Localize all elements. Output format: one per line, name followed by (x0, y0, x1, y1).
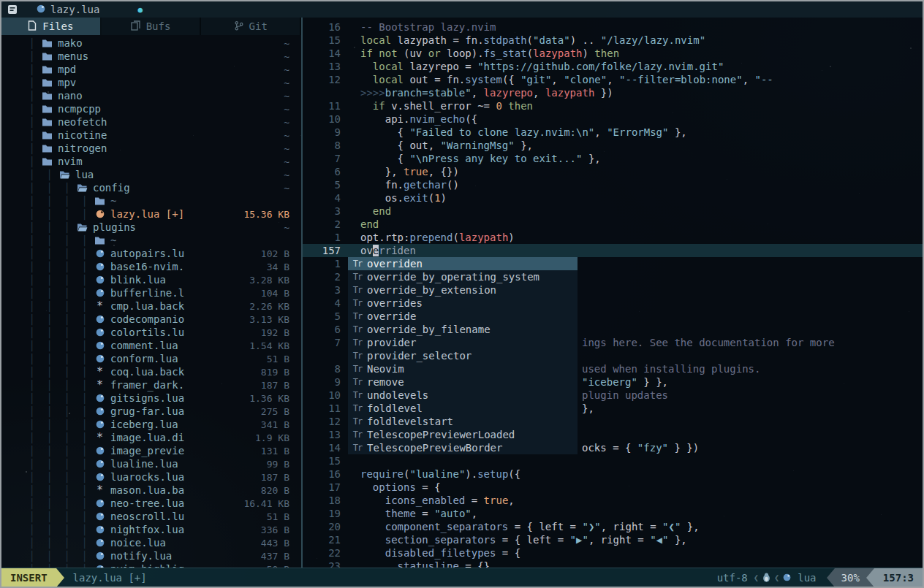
completion-item[interactable]: TrTelescopePreviewBorder (348, 441, 578, 454)
editor-line[interactable]: 17 options = { (303, 481, 923, 494)
tree-file-row[interactable]: ││││nightfox.lua336 B (1, 523, 301, 536)
editor-line[interactable]: 11 if v.shell_error ~= 0 then (303, 99, 923, 112)
cursor-line[interactable]: 157overriden (303, 244, 923, 257)
editor-line[interactable]: 10Trundolevelsplugin updates (303, 389, 923, 402)
editor-line[interactable]: 4 os.exit(1) (303, 191, 923, 205)
tree-file-row[interactable]: ││││notify.lua437 B (1, 549, 301, 562)
editor-line[interactable]: Trprovider_selector (303, 349, 923, 362)
tree-folder-row[interactable]: ││││~ (1, 234, 301, 247)
completion-item[interactable]: Trprovider (348, 336, 578, 349)
completion-item[interactable]: Trundolevels (348, 389, 578, 402)
tree-folder-row[interactable]: │menus~ (1, 50, 301, 63)
tree-folder-row[interactable]: │neofetch~ (1, 115, 301, 129)
tab-lazy-lua[interactable]: lazy.lua (34, 4, 102, 15)
tree-file-row[interactable]: ││││autopairs.lu102 B (1, 247, 301, 260)
tree-file-row[interactable]: ││││*coq.lua.back819 B (1, 365, 301, 378)
tree-folder-row[interactable]: ││││~ (1, 194, 301, 207)
tree-file-row[interactable]: ││││lualine.lua99 B (1, 457, 301, 470)
editor-line[interactable]: 15 (303, 454, 923, 467)
editor-line[interactable]: 21 section_separators = { left = "▶", ri… (303, 533, 923, 546)
editor-line[interactable]: 1Troverriden (303, 257, 923, 270)
editor-line[interactable]: 16require("lualine").setup({ (303, 467, 923, 481)
tree-file-row[interactable]: ││││neo-tree.lua16.41 KB (1, 497, 301, 510)
completion-item[interactable]: TrNeovim (348, 362, 578, 375)
editor-line[interactable]: 23 statusline = {}, (303, 560, 923, 568)
tree-folder-row[interactable]: │ncmpcpp~ (1, 102, 301, 115)
tree-file-row[interactable]: ││││luarocks.lua187 B (1, 470, 301, 484)
completion-item[interactable]: Troverride_by_filename (348, 323, 578, 336)
tree-file-row[interactable]: ││││colortils.lu192 B (1, 326, 301, 339)
tree-file-row[interactable]: ││││neoscroll.lu51 B (1, 510, 301, 523)
tree-folder-row[interactable]: │mpd~ (1, 63, 301, 76)
editor-line[interactable]: 2end (303, 218, 923, 231)
editor-line[interactable]: 15local lazypath = fn.stdpath("data") ..… (303, 34, 923, 47)
editor-line[interactable]: 5 fn.getchar() (303, 178, 923, 191)
completion-item[interactable]: Trfoldlevel (348, 402, 578, 415)
editor-line[interactable]: 9 { "Failed to clone lazy.nvim:\n", "Err… (303, 126, 923, 139)
tree-file-row[interactable]: ││││codecompanio3.13 KB (1, 313, 301, 326)
tab-bufs[interactable]: Bufs (102, 18, 202, 35)
editor-line[interactable]: 11Trfoldlevel}, (303, 402, 923, 415)
tree-file-row[interactable]: ││││comment.lua1.54 KB (1, 339, 301, 352)
editor-line[interactable]: 7 { "\nPress any key to exit..." }, (303, 152, 923, 165)
editor-line[interactable]: 4Troverrides (303, 297, 923, 310)
editor-line[interactable]: 6Troverride_by_filename (303, 323, 923, 336)
editor-line[interactable]: 3 end (303, 205, 923, 218)
tree-folder-row[interactable]: │nitrogen~ (1, 142, 301, 155)
tab-git[interactable]: Git (201, 18, 301, 35)
completion-item[interactable]: Troverride_by_extension (348, 283, 578, 297)
editor-line[interactable]: 6 }, true, {}) (303, 165, 923, 178)
editor-line[interactable]: 8TrNeovimused when installing plugins. (303, 362, 923, 375)
tree-file-row[interactable]: ││││lazy.lua [+]15.36 KB (1, 207, 301, 221)
editor-line[interactable]: 13TrTelescopePreviewerLoaded (303, 428, 923, 441)
editor-line[interactable]: 2Troverride_by_operating_system (303, 270, 923, 283)
editor-line[interactable]: 1opt.rtp:prepend(lazypath) (303, 231, 923, 244)
editor-line[interactable]: 12Trfoldlevelstart (303, 415, 923, 428)
completion-item[interactable]: Trremove (348, 375, 578, 389)
editor-line[interactable]: 18 icons_enabled = true, (303, 494, 923, 507)
tree-file-row[interactable]: ││││*image.lua.di1.9 KB (1, 431, 301, 444)
tree-file-row[interactable]: ││││grug-far.lua275 B (1, 405, 301, 418)
tree-folder-row[interactable]: │mpv~ (1, 76, 301, 89)
tree-file-row[interactable]: ││││*mason.lua.ba820 B (1, 484, 301, 497)
tree-folder-row[interactable]: │││config~ (1, 181, 301, 194)
completion-item[interactable]: Troverriden (348, 257, 578, 270)
tree-file-row[interactable]: ││││iceberg.lua341 B (1, 418, 301, 431)
tree-file-row[interactable]: ││││*framer_dark.187 B (1, 378, 301, 392)
editor-line[interactable]: 14if not (uv or loop).fs_stat(lazypath) … (303, 47, 923, 60)
tree-folder-row[interactable]: │nicotine~ (1, 129, 301, 142)
tree-file-row[interactable]: ││││noice.lua443 B (1, 536, 301, 549)
editor-line[interactable]: 12 local out = fn.system({ "git", "clone… (303, 73, 923, 86)
tree-file-row[interactable]: ││││*cmp.lua.back2.26 KB (1, 299, 301, 313)
editor-line[interactable]: 19 theme = "auto", (303, 507, 923, 520)
editor-line[interactable]: 16-- Bootstrap lazy.nvim (303, 20, 923, 34)
completion-item[interactable]: Trprovider_selector (348, 349, 578, 362)
completion-item[interactable]: Troverrides (348, 297, 578, 310)
tree-folder-row[interactable]: │││plugins~ (1, 221, 301, 234)
editor-line[interactable]: 10 api.nvim_echo({ (303, 112, 923, 126)
tree-folder-row[interactable]: │mako~ (1, 37, 301, 50)
editor-line[interactable]: 22 disabled_filetypes = { (303, 546, 923, 560)
tree-folder-row[interactable]: │nvim~ (1, 155, 301, 168)
editor-line[interactable]: >>>>branch=stable", lazyrepo, lazypath }… (303, 86, 923, 99)
tree-file-row[interactable]: ││││base16-nvim.34 B (1, 260, 301, 273)
completion-item[interactable]: Trfoldlevelstart (348, 415, 578, 428)
editor-line[interactable]: 5Troverride (303, 310, 923, 323)
completion-item[interactable]: Troverride_by_operating_system (348, 270, 578, 283)
tree-folder-row[interactable]: │nano~ (1, 89, 301, 102)
tree-file-row[interactable]: ││││image_previe131 B (1, 444, 301, 457)
tree-file-row[interactable]: ││││nvim-highlig50 B (1, 562, 301, 568)
editor-line[interactable]: 14TrTelescopePreviewBorderocks = { "fzy"… (303, 441, 923, 454)
tree-file-row[interactable]: ││││blink.lua3.28 KB (1, 273, 301, 286)
completion-item[interactable]: Troverride (348, 310, 578, 323)
editor-line[interactable]: 20 component_separators = { left = "❯", … (303, 520, 923, 533)
tree-file-row[interactable]: ││││conform.lua51 B (1, 352, 301, 365)
editor-line[interactable]: 13 local lazyrepo = "https://github.com/… (303, 60, 923, 73)
editor-line[interactable]: 8 { out, "WarningMsg" }, (303, 139, 923, 152)
editor-line[interactable]: 7Trproviderings here. See the documentat… (303, 336, 923, 349)
editor-line[interactable]: 9Trremove"iceberg" } }, (303, 375, 923, 389)
tree-file-row[interactable]: ││││bufferline.l104 B (1, 286, 301, 299)
completion-item[interactable]: TrTelescopePreviewerLoaded (348, 428, 578, 441)
tab-files[interactable]: Files (1, 18, 102, 35)
tree-folder-row[interactable]: ││lua~ (1, 168, 301, 181)
